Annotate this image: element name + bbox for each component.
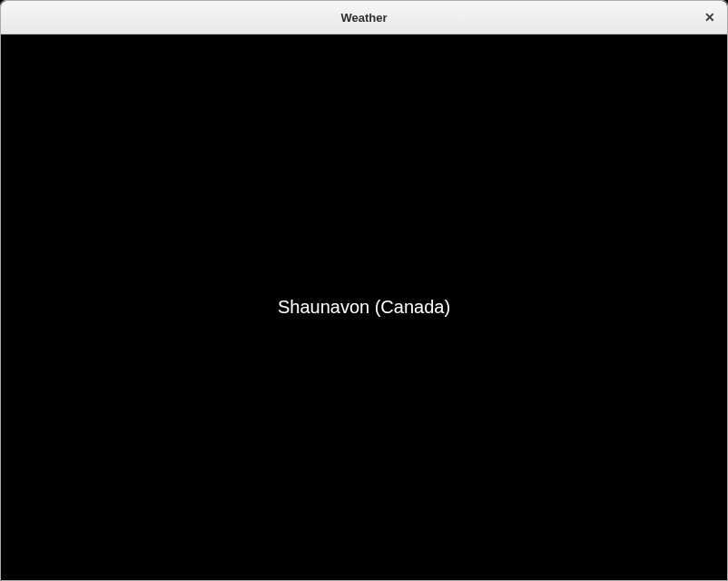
close-icon: ✕ — [704, 11, 715, 24]
close-button[interactable]: ✕ — [700, 7, 720, 27]
window-title: Weather — [340, 11, 387, 25]
location-label: Shaunavon (Canada) — [278, 297, 450, 318]
titlebar: Weather ✕ — [1, 1, 727, 34]
content-area: Shaunavon (Canada) — [1, 34, 727, 580]
